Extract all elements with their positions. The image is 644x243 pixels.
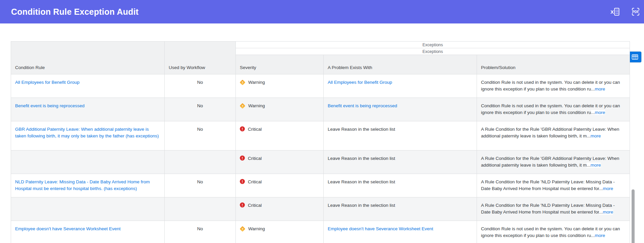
problem-exists-with-value: Leave Reason in the selection list bbox=[328, 127, 395, 132]
more-link[interactable]: ...more bbox=[599, 209, 613, 215]
severity-label: Warning bbox=[248, 103, 265, 108]
group-header-exceptions: Exceptions bbox=[236, 42, 630, 48]
more-link[interactable]: ...more bbox=[591, 233, 605, 238]
export-pdf-button[interactable]: PDF bbox=[631, 7, 641, 17]
table-row: Employee doesn't have Severance Workshee… bbox=[11, 221, 630, 243]
excel-export-icon: X bbox=[610, 7, 621, 17]
export-excel-button[interactable]: X bbox=[610, 7, 621, 17]
severity-label: Critical bbox=[248, 127, 262, 132]
column-header-condition-rule[interactable]: Condition Rule bbox=[11, 42, 165, 74]
used-by-workflow-value: No bbox=[197, 127, 203, 132]
problem-exists-with-link[interactable]: Employee doesn't have Severance Workshee… bbox=[328, 226, 433, 231]
problem-exists-with-value: Leave Reason in the selection list bbox=[328, 156, 395, 161]
more-link[interactable]: ...more bbox=[587, 133, 601, 138]
condition-rule-link[interactable]: Benefit event is being reprocessed bbox=[15, 103, 85, 108]
svg-text:PDF: PDF bbox=[632, 10, 639, 14]
critical-icon: ! bbox=[240, 126, 245, 131]
used-by-workflow-value: No bbox=[197, 80, 203, 85]
grid-toolbar: 25 items X bbox=[0, 23, 644, 41]
critical-icon: ! bbox=[240, 179, 245, 184]
severity-label: Warning bbox=[248, 80, 265, 85]
table-row: !Critical Leave Reason in the selection … bbox=[11, 197, 630, 221]
pdf-export-icon: PDF bbox=[631, 7, 641, 17]
column-header-severity[interactable]: Severity bbox=[236, 55, 324, 74]
problem-exists-with-value: Leave Reason in the selection list bbox=[328, 179, 395, 184]
more-link[interactable]: ...more bbox=[591, 110, 605, 115]
problem-exists-with-link[interactable]: All Employees for Benefit Group bbox=[328, 80, 392, 85]
severity-label: Warning bbox=[248, 226, 265, 231]
condition-rule-link[interactable]: GBR Additional Paternity Leave: When add… bbox=[15, 127, 159, 138]
column-header-used-by-workflow[interactable]: Used by Workflow bbox=[165, 42, 236, 74]
used-by-workflow-value: No bbox=[197, 103, 203, 108]
group-header-exceptions: Exceptions bbox=[236, 48, 630, 55]
critical-icon: ! bbox=[240, 202, 245, 207]
severity-label: Critical bbox=[248, 156, 262, 161]
column-header-problem-exists-with[interactable]: A Problem Exists With bbox=[324, 55, 477, 74]
more-link[interactable]: ...more bbox=[591, 86, 605, 92]
header-actions: X bbox=[610, 0, 641, 23]
table-row: GBR Additional Paternity Leave: When add… bbox=[11, 121, 630, 150]
problem-exists-with-value: Leave Reason in the selection list bbox=[328, 203, 395, 208]
warning-icon: ? bbox=[240, 103, 246, 109]
problem-solution-text: A Rule Condition for the Rule 'NLD Pater… bbox=[481, 203, 615, 215]
severity-label: Critical bbox=[248, 203, 262, 208]
problem-exists-with-link[interactable]: Benefit event is being reprocessed bbox=[328, 103, 397, 108]
problem-solution-text: A Rule Condition for the Rule 'NLD Pater… bbox=[481, 179, 615, 191]
page-header: Condition Rule Exception Audit X bbox=[0, 0, 644, 23]
warning-icon: ? bbox=[240, 80, 246, 85]
more-link[interactable]: ...more bbox=[599, 186, 613, 191]
table-row: All Employees for Benefit Group No ?Warn… bbox=[11, 74, 630, 98]
condition-rule-link[interactable]: Employee doesn't have Severance Workshee… bbox=[15, 226, 121, 231]
audit-grid: Condition Rule Used by Workflow Exceptio… bbox=[11, 41, 630, 243]
table-row: Benefit event is being reprocessed No ?W… bbox=[11, 98, 630, 121]
table-row: NLD Paternity Leave: Missing Data - Date… bbox=[11, 174, 630, 197]
page-title: Condition Rule Exception Audit bbox=[11, 7, 139, 17]
column-header-problem-solution[interactable]: Problem/Solution bbox=[477, 55, 630, 74]
used-by-workflow-value: No bbox=[197, 179, 203, 184]
more-link[interactable]: ...more bbox=[587, 163, 601, 168]
table-row: !Critical Leave Reason in the selection … bbox=[11, 150, 630, 174]
vertical-scrollbar[interactable] bbox=[632, 189, 635, 243]
severity-label: Critical bbox=[248, 179, 262, 184]
warning-icon: ? bbox=[240, 226, 246, 232]
condition-rule-link[interactable]: NLD Paternity Leave: Missing Data - Date… bbox=[15, 179, 150, 191]
expanded-grid-icon bbox=[631, 53, 639, 61]
condition-rule-link[interactable]: All Employees for Benefit Group bbox=[15, 80, 79, 85]
used-by-workflow-value: No bbox=[197, 226, 203, 231]
critical-icon: ! bbox=[240, 156, 245, 161]
svg-text:X: X bbox=[610, 9, 614, 15]
page: Condition Rule Exception Audit X bbox=[0, 0, 644, 243]
expanded-grid-view-button[interactable] bbox=[629, 52, 641, 62]
